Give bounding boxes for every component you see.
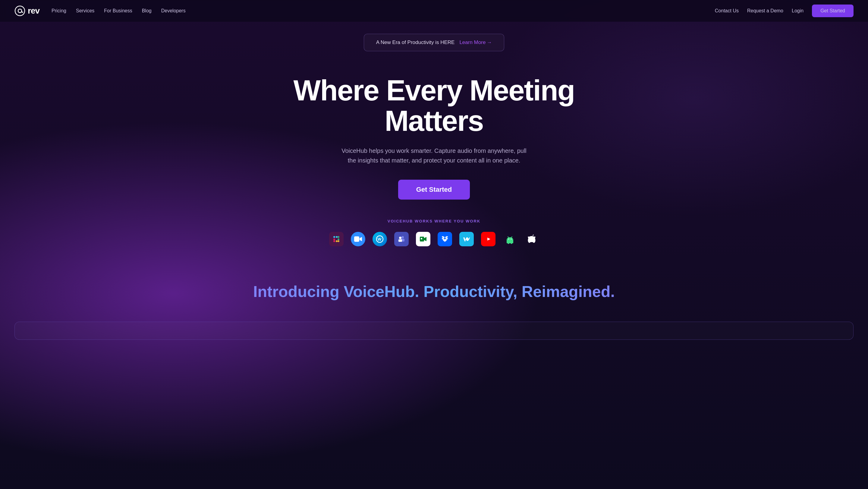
svg-point-15 [399, 237, 401, 239]
svg-rect-16 [398, 239, 402, 242]
learn-more-link[interactable]: Learn More → [459, 39, 492, 45]
svg-rect-6 [336, 236, 338, 238]
webex-icon: W [373, 232, 387, 246]
svg-line-29 [511, 237, 512, 238]
dropbox-icon [438, 232, 452, 246]
hero-get-started-button[interactable]: Get Started [398, 180, 470, 200]
nav-link-services[interactable]: Services [76, 8, 94, 13]
teams-icon [394, 232, 409, 246]
svg-text:W: W [378, 237, 381, 242]
svg-rect-9 [338, 239, 339, 240]
svg-rect-5 [338, 240, 339, 242]
navigation: rev Pricing Services For Business Blog D… [0, 0, 868, 22]
apple-icon [524, 232, 539, 246]
nav-link-pricing[interactable]: Pricing [52, 8, 66, 13]
nav-right: Contact Us Request a Demo Login Get Star… [715, 4, 854, 17]
svg-rect-7 [336, 240, 338, 242]
nav-login[interactable]: Login [792, 8, 804, 13]
google-meet-icon [416, 232, 430, 246]
svg-point-1 [18, 9, 22, 13]
logo[interactable]: rev [14, 5, 39, 16]
android-icon [503, 232, 517, 246]
nav-get-started-button[interactable]: Get Started [812, 4, 854, 17]
zoom-icon [351, 232, 365, 246]
svg-rect-18 [421, 238, 422, 239]
svg-marker-20 [445, 236, 448, 238]
slack-icon [329, 232, 344, 246]
svg-rect-4 [338, 236, 339, 238]
svg-rect-10 [354, 236, 359, 242]
nav-contact-us[interactable]: Contact Us [715, 8, 739, 13]
nav-request-demo[interactable]: Request a Demo [747, 8, 783, 13]
vimeo-icon [459, 232, 474, 246]
svg-rect-8 [333, 240, 335, 242]
learn-more-arrow: → [487, 39, 492, 45]
logo-text: rev [28, 6, 39, 16]
svg-point-27 [511, 239, 512, 239]
announcement-text: A New Era of Productivity is HERE [376, 39, 455, 45]
nav-link-blog[interactable]: Blog [142, 8, 152, 13]
introducing-section: Introducing VoiceHub. Productivity, Reim… [0, 265, 868, 313]
hero-section: Where Every Meeting Matters VoiceHub hel… [0, 51, 868, 265]
bottom-card [14, 322, 854, 340]
nav-link-developers[interactable]: Developers [161, 8, 186, 13]
hero-subtitle: VoiceHub helps you work smarter. Capture… [341, 146, 527, 165]
svg-point-26 [508, 239, 509, 239]
announcement-banner: A New Era of Productivity is HERE Learn … [364, 34, 504, 51]
svg-line-28 [508, 237, 509, 238]
svg-point-0 [15, 6, 25, 16]
svg-rect-2 [333, 239, 335, 240]
nav-link-for-business[interactable]: For Business [104, 8, 132, 13]
nav-links: Pricing Services For Business Blog Devel… [52, 8, 186, 13]
integrations-icons: W [14, 232, 854, 246]
svg-marker-19 [441, 236, 445, 238]
logo-icon [14, 5, 25, 16]
integrations-label: VOICEHUB WORKS WHERE YOU WORK [14, 219, 854, 223]
learn-more-label: Learn More [459, 39, 486, 45]
introducing-title: Introducing VoiceHub. Productivity, Reim… [14, 282, 854, 301]
integrations-section: VOICEHUB WORKS WHERE YOU WORK [14, 219, 854, 246]
svg-rect-3 [333, 236, 335, 238]
hero-title: Where Every Meeting Matters [253, 75, 615, 136]
svg-point-13 [401, 236, 404, 239]
nav-left: rev Pricing Services For Business Blog D… [14, 5, 186, 16]
youtube-icon [481, 232, 495, 246]
